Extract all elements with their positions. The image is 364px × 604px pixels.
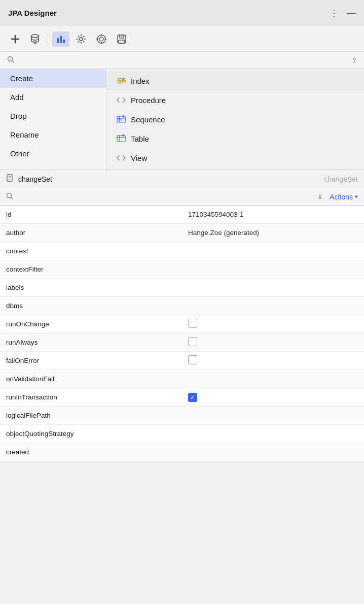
app-title: JPA Designer bbox=[8, 9, 57, 17]
table-row: runOnChange bbox=[0, 315, 364, 333]
dropdown-container: Create Add Drop Rename Other Index bbox=[0, 69, 364, 170]
gear-icon bbox=[76, 33, 87, 45]
submenu-item-index[interactable]: Index bbox=[106, 71, 364, 90]
table-row: labels bbox=[0, 279, 364, 297]
prop-value bbox=[182, 413, 364, 419]
prop-value[interactable]: ✓ bbox=[182, 390, 364, 405]
checkbox-runOnChange[interactable] bbox=[188, 319, 197, 328]
prop-value[interactable] bbox=[182, 352, 364, 369]
table-row: objectQuotingStrategy bbox=[0, 425, 364, 443]
prop-value bbox=[182, 376, 364, 382]
checkbox-failOnError[interactable] bbox=[188, 355, 197, 364]
target-icon bbox=[96, 33, 107, 45]
search-icon bbox=[7, 56, 14, 64]
svg-point-6 bbox=[80, 38, 83, 41]
submenu-label-procedure: Procedure bbox=[131, 96, 166, 105]
table-row: context bbox=[0, 242, 364, 260]
svg-point-16 bbox=[121, 36, 122, 37]
toolbar-separator bbox=[48, 33, 48, 45]
prop-key: runAlways bbox=[0, 335, 182, 349]
filter-icon: ⊻ bbox=[318, 193, 322, 200]
save-toolbar-button[interactable] bbox=[113, 31, 130, 47]
search-filter-icon: ⊻ bbox=[352, 57, 357, 64]
table-row: dbms bbox=[0, 297, 364, 315]
table-row: created bbox=[0, 443, 364, 461]
code-icon-procedure bbox=[117, 95, 126, 105]
prop-value: 1710345594003-1 bbox=[182, 208, 364, 221]
key-icon bbox=[117, 76, 126, 85]
prop-value[interactable] bbox=[182, 334, 364, 351]
prop-key: logicalFilePath bbox=[0, 409, 182, 422]
prop-value bbox=[182, 449, 364, 455]
svg-point-20 bbox=[119, 80, 121, 82]
prop-key: contextFilter bbox=[0, 262, 182, 276]
prop-value: Hange.Zoe (generated) bbox=[182, 226, 364, 240]
prop-key: author bbox=[0, 226, 182, 240]
sequence-icon: 123 bbox=[117, 115, 126, 124]
top-search-input[interactable] bbox=[17, 56, 349, 64]
changeset-doc-icon bbox=[6, 174, 14, 184]
prop-key: onValidationFail bbox=[0, 372, 182, 386]
menu-item-drop[interactable]: Drop bbox=[0, 107, 106, 125]
save-icon bbox=[116, 33, 127, 45]
chart-toolbar-button[interactable] bbox=[52, 31, 69, 47]
svg-point-8 bbox=[99, 37, 103, 41]
svg-rect-15 bbox=[119, 40, 125, 43]
submenu-item-procedure[interactable]: Procedure bbox=[106, 90, 364, 110]
submenu-label-view: View bbox=[131, 154, 147, 162]
changeset-type-label: changeSet bbox=[324, 175, 358, 183]
prop-value bbox=[182, 303, 364, 309]
table-row: runAlways bbox=[0, 333, 364, 352]
prop-key: id bbox=[0, 208, 182, 221]
svg-point-2 bbox=[31, 35, 39, 38]
changeset-row: changeSet changeSet bbox=[0, 170, 364, 188]
prop-value[interactable] bbox=[182, 316, 364, 332]
prop-value bbox=[182, 285, 364, 291]
submenu-item-table[interactable]: Table bbox=[106, 129, 364, 148]
properties-table: id1710345594003-1authorHange.Zoe (genera… bbox=[0, 206, 364, 461]
prop-key: runInTransaction bbox=[0, 390, 182, 404]
prop-key: dbms bbox=[0, 299, 182, 313]
import-db-icon bbox=[29, 33, 41, 45]
right-submenu: Index Procedure 123 bbox=[106, 69, 364, 170]
prop-key: runOnChange bbox=[0, 317, 182, 331]
prop-key: created bbox=[0, 445, 182, 459]
prop-value bbox=[182, 266, 364, 273]
actions-button[interactable]: Actions ▾ bbox=[330, 193, 358, 201]
toolbar bbox=[0, 26, 364, 52]
actions-search-input[interactable] bbox=[16, 193, 315, 201]
menu-item-create[interactable]: Create bbox=[0, 69, 106, 88]
settings-toolbar-button[interactable] bbox=[72, 31, 90, 47]
actions-search-icon bbox=[6, 192, 13, 201]
prop-key: failOnError bbox=[0, 354, 182, 367]
import-toolbar-button[interactable] bbox=[26, 31, 44, 47]
table-row: authorHange.Zoe (generated) bbox=[0, 224, 364, 242]
submenu-label-table: Table bbox=[131, 135, 149, 143]
checkbox-runInTransaction[interactable]: ✓ bbox=[188, 393, 197, 402]
prop-value bbox=[182, 431, 364, 437]
submenu-item-sequence[interactable]: 123 Sequence bbox=[106, 110, 364, 129]
svg-line-18 bbox=[12, 61, 14, 63]
plus-icon bbox=[10, 34, 20, 44]
actions-chevron: ▾ bbox=[355, 193, 358, 200]
prop-key: labels bbox=[0, 281, 182, 294]
minimize-button[interactable]: — bbox=[347, 8, 356, 18]
menu-item-other[interactable]: Other bbox=[0, 144, 106, 163]
checkbox-runAlways[interactable] bbox=[188, 337, 197, 346]
actions-label: Actions bbox=[330, 193, 353, 201]
target-toolbar-button[interactable] bbox=[93, 31, 110, 47]
actions-row: ⊻ Actions ▾ bbox=[0, 188, 364, 206]
svg-rect-4 bbox=[60, 36, 62, 43]
add-toolbar-button[interactable] bbox=[7, 32, 23, 46]
svg-point-7 bbox=[97, 35, 105, 43]
menu-item-add[interactable]: Add bbox=[0, 88, 106, 107]
submenu-label-index: Index bbox=[131, 77, 150, 85]
table-icon bbox=[117, 134, 126, 143]
left-menu: Create Add Drop Rename Other bbox=[0, 69, 106, 170]
title-bar-controls: ⋮ — bbox=[330, 8, 356, 19]
prop-key: context bbox=[0, 244, 182, 258]
submenu-item-view[interactable]: View bbox=[106, 148, 364, 167]
changeset-name: changeSet bbox=[18, 175, 320, 183]
more-button[interactable]: ⋮ bbox=[330, 8, 339, 19]
menu-item-rename[interactable]: Rename bbox=[0, 125, 106, 144]
